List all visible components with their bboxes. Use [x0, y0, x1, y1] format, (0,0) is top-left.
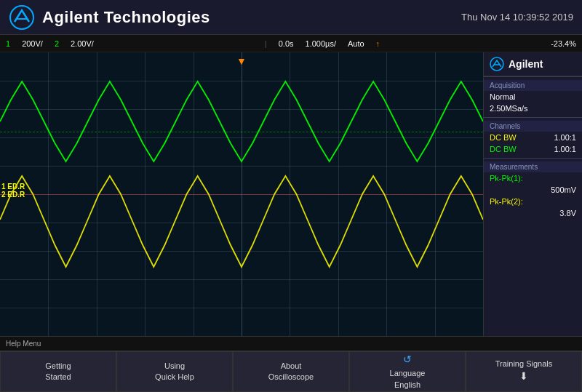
- right-panel-header: Agilent: [484, 52, 582, 76]
- pk-pk1-value-row: 500mV: [490, 184, 576, 196]
- agilent-logo-icon: [9, 4, 35, 31]
- right-panel: Agilent Acquisition Normal 2.50MSa/s Cha…: [484, 52, 582, 336]
- ch2-scale: 2.00V/: [71, 39, 94, 48]
- getting-started-line2: Started: [45, 372, 71, 383]
- acquisition-section: Acquisition Normal 2.50MSa/s: [484, 76, 582, 117]
- language-button[interactable]: ↺ Language English: [349, 351, 466, 392]
- ch2-indicator: 2: [55, 39, 59, 48]
- ch1-bw-label: DC BW: [490, 133, 517, 142]
- training-signals-label: Training Signals: [495, 359, 552, 369]
- language-line1: Language: [390, 368, 426, 379]
- channels-section: Channels DC BW 1.00:1 DC BW 1.00:1: [484, 117, 582, 158]
- ch2-ratio: 1.00:1: [554, 145, 576, 153]
- ch2-bw-label: DC BW: [490, 145, 517, 153]
- about-oscilloscope-button[interactable]: About Oscilloscope: [233, 351, 349, 392]
- scope-display: ▼ 1 ED.R 2 ED.R: [0, 52, 484, 336]
- ch1-indicator: 1: [6, 39, 10, 48]
- help-menu-label: Help Menu: [6, 340, 41, 348]
- main-area: ▼ 1 ED.R 2 ED.R Agilent Acquisition: [0, 52, 582, 336]
- waveform-svg: [0, 52, 483, 336]
- language-line2: English: [394, 380, 420, 391]
- measurements-title: Measurements: [484, 161, 582, 172]
- acquisition-mode: Normal: [490, 92, 515, 101]
- acquisition-mode-row: Normal: [490, 91, 576, 103]
- about-line2: Oscilloscope: [268, 372, 314, 383]
- getting-started-line1: Getting: [45, 361, 71, 372]
- app-title: Agilent Technologies: [42, 8, 210, 27]
- ch1-channel-row: DC BW 1.00:1: [490, 132, 576, 143]
- right-panel-title: Agilent: [509, 58, 543, 70]
- ch2-channel-row: DC BW 1.00:1: [490, 143, 576, 155]
- training-signals-button[interactable]: Training Signals ⬇: [466, 351, 582, 392]
- about-line1: About: [281, 361, 302, 372]
- measurements-section: Measurements Pk-Pk(1): 500mV Pk-Pk(2): 3…: [484, 158, 582, 222]
- quick-help-line2: Quick Help: [155, 372, 194, 383]
- quick-help-line1: Using: [164, 361, 185, 372]
- trigger-mode: Auto: [348, 39, 364, 48]
- language-icon: ↺: [403, 353, 412, 367]
- trigger-icon: ↑: [376, 39, 380, 48]
- datetime-display: Thu Nov 14 10:39:52 2019: [461, 12, 573, 23]
- help-menu-bar: Help Menu: [0, 336, 582, 351]
- training-signals-icon: ⬇: [519, 369, 528, 384]
- pk-pk2-value: 3.8V: [559, 209, 576, 217]
- getting-started-button[interactable]: Getting Started: [0, 351, 116, 392]
- ch1-scale: 200V/: [22, 39, 43, 48]
- pk-pk2-label: Pk-Pk(2):: [490, 197, 523, 206]
- ch1-ratio: 1.00:1: [554, 133, 576, 142]
- time-scale: 1.000µs/: [306, 39, 336, 48]
- pk-pk1-value: 500mV: [551, 185, 576, 194]
- toolbar: 1 200V/ 2 2.00V/ | 0.0s 1.000µs/ Auto ↑ …: [0, 35, 582, 52]
- bottom-nav: Getting Started Using Quick Help About O…: [0, 351, 582, 392]
- agilent-small-logo-icon: [490, 57, 504, 71]
- pk-pk2-value-row: 3.8V: [490, 207, 576, 219]
- trigger-level: -23.4%: [551, 39, 576, 48]
- time-pos: 0.0s: [279, 39, 294, 48]
- pk-pk1-row: Pk-Pk(1):: [490, 172, 576, 184]
- using-quick-help-button[interactable]: Using Quick Help: [116, 351, 233, 392]
- pk-pk2-row: Pk-Pk(2):: [490, 196, 576, 207]
- header: Agilent Technologies Thu Nov 14 10:39:52…: [0, 0, 582, 35]
- pk-pk1-label: Pk-Pk(1):: [490, 174, 523, 183]
- acquisition-title: Acquisition: [484, 80, 582, 91]
- acquisition-rate: 2.50MSa/s: [490, 104, 528, 113]
- acquisition-rate-row: 2.50MSa/s: [490, 103, 576, 114]
- channels-title: Channels: [484, 121, 582, 132]
